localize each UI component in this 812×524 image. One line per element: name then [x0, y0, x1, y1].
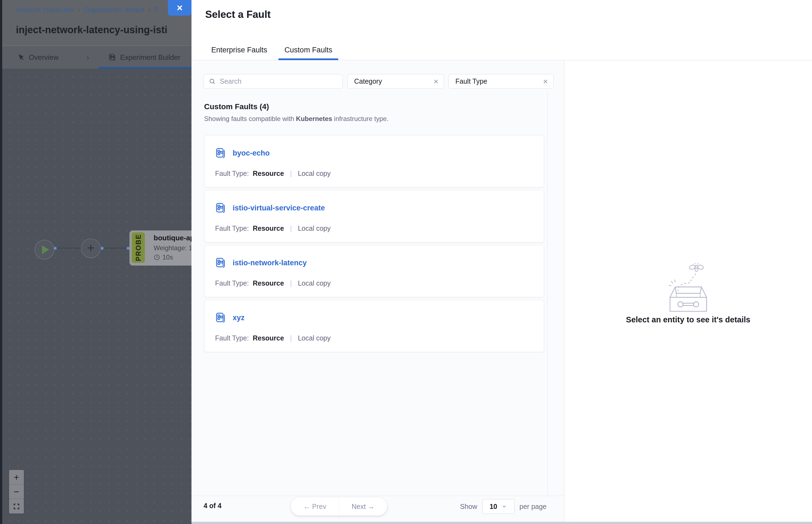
fault-icon: [215, 202, 227, 214]
breadcrumb-account[interactable]: Account: chaos-dev: [16, 6, 74, 14]
background-page: Account: chaos-dev›Organization: default…: [0, 0, 192, 524]
play-icon: [42, 245, 49, 254]
fault-meta: Fault Type:Resource|Local copy: [215, 279, 331, 287]
horizontal-scrollbar[interactable]: [192, 522, 812, 524]
fault-meta: Fault Type:Resource|Local copy: [215, 169, 331, 178]
fault-icon: [215, 312, 227, 324]
fault-name-link[interactable]: xyz: [233, 314, 245, 322]
pagination-controls: ← Prev Next →: [291, 497, 387, 515]
category-filter[interactable]: Category ×: [347, 74, 444, 88]
fault-icon: [215, 257, 227, 269]
infrastructure-type: Kubernetes: [296, 115, 332, 122]
chevron-down-icon: [501, 504, 507, 509]
probe-duration: 10s: [154, 253, 173, 261]
fault-type-value: Resource: [253, 279, 284, 287]
fault-list-panel: Category × Fault Type × Custom Faults (4…: [192, 61, 564, 524]
fault-type-filter-label: Fault Type: [455, 77, 487, 85]
drawer-title: Select a Fault: [205, 9, 271, 20]
tab-separator-chevron-icon: ›: [86, 46, 89, 69]
experiment-canvas[interactable]: + PROBE boutique-ap Weightage: 10 10s + …: [2, 69, 192, 524]
next-page-button[interactable]: Next →: [339, 497, 387, 515]
fault-copy-badge: Local copy: [298, 169, 331, 178]
zoom-in-button[interactable]: +: [9, 470, 24, 485]
page-header: Account: chaos-dev›Organization: default…: [2, 0, 192, 46]
section-subtitle: Showing faults compatible with Kubernete…: [204, 115, 388, 122]
fullscreen-icon: [13, 503, 20, 510]
pagination-count: 4 of 4: [203, 502, 221, 510]
tab-experiment-builder-label: Experiment Builder: [120, 53, 181, 62]
fault-type-value: Resource: [253, 169, 284, 178]
breadcrumb-separator-icon: ›: [148, 6, 150, 14]
fault-icon: [215, 147, 227, 159]
drawer-body: Category × Fault Type × Custom Faults (4…: [192, 61, 812, 524]
close-button[interactable]: ×: [168, 0, 192, 16]
fault-type-filter[interactable]: Fault Type ×: [448, 74, 553, 88]
probe-name: boutique-ap: [154, 234, 192, 242]
clear-category-icon[interactable]: ×: [433, 77, 438, 86]
zoom-out-button[interactable]: −: [9, 485, 24, 499]
search-box: [203, 74, 343, 88]
per-page-label: per page: [519, 503, 547, 510]
probe-badge: PROBE: [132, 232, 145, 263]
tab-overview-label: Overview: [29, 53, 59, 62]
edge-line: [57, 248, 83, 248]
list-scroll-border-bottom: [192, 496, 564, 496]
fault-meta: Fault Type:Resource|Local copy: [215, 225, 331, 232]
show-label: Show: [460, 503, 477, 510]
experiment-tabbar: Overview › Experiment Builder: [2, 46, 192, 69]
prev-page-button[interactable]: ← Prev: [291, 497, 339, 515]
fault-detail-panel: Select an entity to see it's details: [564, 61, 812, 524]
start-node[interactable]: [35, 240, 54, 260]
list-scroll-border: [547, 91, 548, 497]
fault-type-value: Resource: [253, 225, 284, 232]
section-title: Custom Faults (4): [204, 102, 269, 111]
fault-card[interactable]: xyz Fault Type:Resource|Local copy: [204, 300, 544, 352]
tab-overview[interactable]: Overview: [17, 46, 59, 69]
empty-state-caption: Select an entity to see it's details: [564, 315, 812, 324]
connector-point: [100, 246, 104, 250]
tab-experiment-builder[interactable]: Experiment Builder: [108, 46, 181, 69]
page-size-select[interactable]: 10: [482, 499, 515, 514]
breadcrumb-project[interactable]: P: [154, 6, 159, 14]
left-nav-edge: [0, 0, 2, 524]
select-fault-drawer: × Select a Fault Enterprise Faults Custo…: [192, 0, 812, 524]
breadcrumb-separator-icon: ›: [78, 6, 80, 14]
fault-tabs: Enterprise Faults Custom Faults: [205, 42, 338, 60]
experiment-title: inject-network-latency-using-isti: [16, 24, 193, 36]
experiment-builder-icon: [108, 53, 116, 62]
fault-card[interactable]: byoc-echo Fault Type:Resource|Local copy: [204, 135, 544, 187]
plus-icon: +: [87, 242, 95, 254]
probe-weightage: Weightage: 10: [154, 244, 192, 252]
tab-custom-faults[interactable]: Custom Faults: [279, 42, 338, 60]
drawer-header: Select a Fault Enterprise Faults Custom …: [192, 0, 812, 60]
fault-name-link[interactable]: istio-virtual-service-create: [233, 204, 325, 212]
fullscreen-button[interactable]: [9, 499, 24, 513]
fault-type-value: Resource: [253, 334, 284, 342]
breadcrumb-organization[interactable]: Organization: default: [84, 6, 144, 14]
add-step-node[interactable]: +: [81, 239, 101, 258]
connector-point: [53, 246, 57, 250]
fault-card[interactable]: istio-network-latency Fault Type:Resourc…: [204, 245, 544, 297]
page-size-group: Show 10 per page: [460, 499, 546, 514]
search-icon: [209, 78, 216, 85]
fault-copy-badge: Local copy: [298, 334, 331, 342]
fault-name-link[interactable]: istio-network-latency: [233, 259, 307, 267]
overview-icon: [17, 53, 25, 61]
clock-icon: [154, 254, 160, 261]
fault-meta: Fault Type:Resource|Local copy: [215, 334, 331, 342]
fault-copy-badge: Local copy: [298, 279, 331, 287]
fault-card[interactable]: istio-virtual-service-create Fault Type:…: [204, 190, 544, 242]
fault-copy-badge: Local copy: [298, 225, 331, 232]
fault-name-link[interactable]: byoc-echo: [233, 149, 270, 158]
empty-box-illustration-icon: [658, 263, 718, 312]
search-input[interactable]: [220, 77, 338, 85]
clear-fault-type-icon[interactable]: ×: [543, 77, 548, 86]
canvas-zoom-controls: + −: [9, 470, 24, 513]
breadcrumb: Account: chaos-dev›Organization: default…: [16, 6, 159, 14]
probe-node-card[interactable]: PROBE boutique-ap Weightage: 10 10s: [130, 230, 192, 265]
category-filter-label: Category: [354, 77, 382, 85]
edge-line: [104, 248, 128, 248]
tab-enterprise-faults[interactable]: Enterprise Faults: [205, 42, 273, 60]
